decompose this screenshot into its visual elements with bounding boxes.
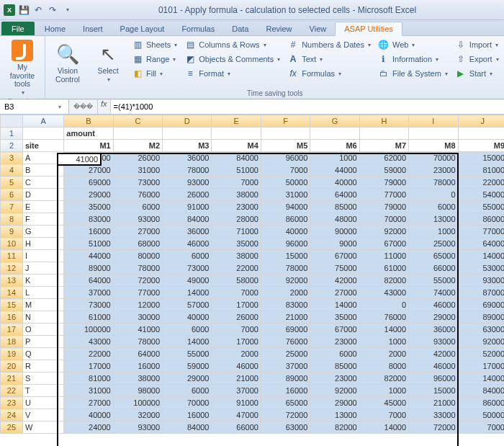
row-header[interactable]: 14	[1, 287, 23, 299]
cell[interactable]: 46000	[409, 299, 458, 311]
worksheet-grid[interactable]: ABCDEFGHIJ 1amount2siteM1M2M3M4M5M6M7M8M…	[0, 115, 504, 446]
row-header[interactable]: 9	[1, 226, 23, 238]
column-header-I[interactable]: I	[409, 115, 458, 128]
cell[interactable]: 82000	[310, 422, 359, 434]
row-header[interactable]: 24	[1, 409, 23, 422]
file-system-button[interactable]: 🗀File & System▾	[376, 66, 450, 81]
cell[interactable]: 46000	[163, 238, 212, 250]
range-button[interactable]: ▦Range▾	[130, 52, 179, 66]
undo-icon[interactable]: ↶	[32, 4, 45, 17]
cell[interactable]: 42000	[409, 348, 458, 360]
cell[interactable]: 31000	[113, 164, 162, 177]
cell[interactable]: Q	[22, 348, 63, 360]
start-button[interactable]: ▶Start▾	[453, 66, 501, 81]
cell[interactable]: 2000	[359, 348, 408, 360]
cell[interactable]: 0	[359, 299, 408, 311]
cell[interactable]: 16000	[261, 385, 310, 397]
cell[interactable]	[163, 128, 212, 140]
cell[interactable]: 36000	[163, 226, 212, 238]
row-header[interactable]: 25	[1, 422, 23, 434]
cell[interactable]: 64000	[64, 275, 113, 287]
row-header[interactable]: 6	[1, 189, 23, 201]
cell[interactable]: 82000	[359, 373, 408, 385]
row-header[interactable]: 23	[1, 397, 23, 409]
cell[interactable]: 73000	[64, 299, 113, 311]
cell[interactable]: 83000	[261, 299, 310, 311]
redo-icon[interactable]: ↷	[46, 4, 59, 17]
cell[interactable]: 77000	[458, 226, 504, 238]
cell[interactable]: 32000	[113, 409, 162, 422]
formula-input[interactable]	[110, 99, 504, 114]
column-header-J[interactable]: J	[458, 115, 504, 128]
row-header[interactable]: 3	[1, 152, 23, 164]
row-header[interactable]: 5	[1, 177, 23, 189]
cell[interactable]: 58000	[212, 275, 261, 287]
cell[interactable]: 26000	[113, 152, 162, 164]
sheets-button[interactable]: ▥Sheets▾	[130, 37, 179, 52]
cell[interactable]: 22000	[212, 262, 261, 275]
cell[interactable]: U	[22, 397, 63, 409]
cell[interactable]: 17000	[212, 299, 261, 311]
fill-button[interactable]: ◧Fill▾	[130, 66, 179, 81]
cell[interactable]: 44000	[64, 250, 113, 262]
cell[interactable]: M5	[261, 140, 310, 152]
cell[interactable]: 14000	[458, 373, 504, 385]
cell[interactable]: 6000	[163, 385, 212, 397]
column-header-B[interactable]: B	[64, 115, 113, 128]
cell[interactable]: 23000	[310, 373, 359, 385]
cell[interactable]	[359, 128, 408, 140]
cell[interactable]: 94000	[261, 201, 310, 213]
row-header[interactable]: 8	[1, 213, 23, 226]
cell[interactable]: 92000	[261, 275, 310, 287]
cell[interactable]: 40000	[163, 311, 212, 324]
cell[interactable]: 17000	[458, 360, 504, 373]
cell[interactable]: 6000	[310, 348, 359, 360]
cell[interactable]: 30000	[113, 311, 162, 324]
cell[interactable]: 40000	[64, 409, 113, 422]
cell[interactable]: 70000	[409, 152, 458, 164]
cell[interactable]: 40000	[310, 177, 359, 189]
cell[interactable]: 8000	[359, 360, 408, 373]
cell[interactable]: 74000	[409, 287, 458, 299]
cell[interactable]: L	[22, 287, 63, 299]
cell[interactable]: 27000	[113, 226, 162, 238]
tab-page-layout[interactable]: Page Layout	[112, 22, 174, 35]
cell[interactable]: 89000	[458, 311, 504, 324]
cell[interactable]: 76000	[261, 336, 310, 348]
cell[interactable]: 86000	[458, 213, 504, 226]
cell[interactable]: 93000	[458, 275, 504, 287]
cell[interactable]: 85000	[310, 201, 359, 213]
cell[interactable]: 16000	[113, 360, 162, 373]
cell[interactable]: 100000	[113, 397, 162, 409]
cell[interactable]: 78000	[113, 262, 162, 275]
cell[interactable]: 29000	[64, 189, 113, 201]
cell[interactable]: 80000	[113, 250, 162, 262]
cell[interactable]: 61000	[64, 311, 113, 324]
row-header[interactable]: 22	[1, 385, 23, 397]
cell[interactable]: 7000	[212, 287, 261, 299]
cell[interactable]: 14000	[163, 336, 212, 348]
cell[interactable]: 17000	[212, 336, 261, 348]
cell[interactable]: 90000	[310, 226, 359, 238]
cell[interactable]: 40000	[261, 226, 310, 238]
cell[interactable]: 75000	[310, 262, 359, 275]
cell[interactable]: 7000	[458, 422, 504, 434]
cell[interactable]: 76000	[113, 189, 162, 201]
cell[interactable]: M2	[113, 140, 162, 152]
cell[interactable]: 91000	[163, 201, 212, 213]
cell[interactable]: 27000	[64, 397, 113, 409]
cell[interactable]: 87000	[458, 287, 504, 299]
cell[interactable]: V	[22, 409, 63, 422]
cell[interactable]: 67000	[359, 238, 408, 250]
cell[interactable]: 65000	[409, 250, 458, 262]
cell[interactable]: 48000	[310, 213, 359, 226]
cell[interactable]: 89000	[261, 373, 310, 385]
cell[interactable]: 6000	[163, 324, 212, 336]
cell[interactable]	[409, 128, 458, 140]
qat-dropdown-icon[interactable]: ▾	[60, 4, 73, 17]
cell[interactable]: 26000	[212, 311, 261, 324]
cell[interactable]: 35000	[310, 311, 359, 324]
cell[interactable]: 57000	[163, 299, 212, 311]
cell[interactable]: A	[22, 152, 63, 164]
fx-icon[interactable]: fx	[97, 99, 110, 114]
